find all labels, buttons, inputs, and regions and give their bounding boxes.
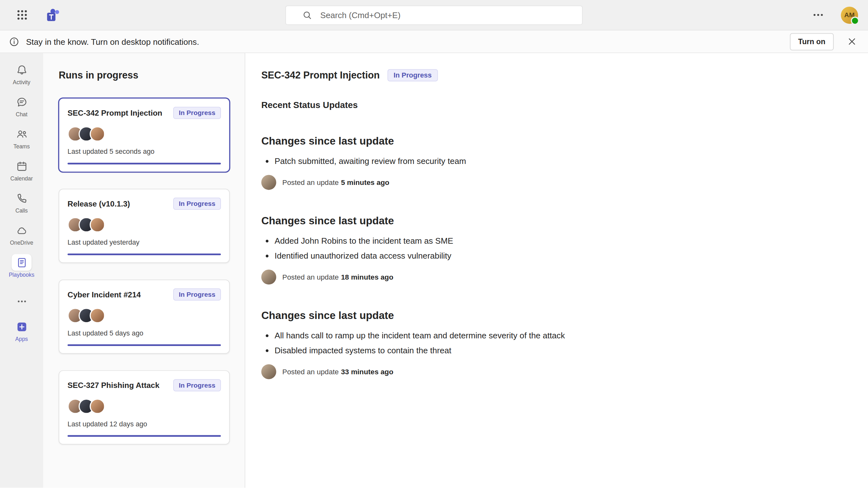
run-card-avatars <box>68 398 221 414</box>
runs-panel-title: Runs in progress <box>59 70 230 82</box>
teams-window: AM Stay in the know. Turn on desktop not… <box>0 0 868 488</box>
member-avatar <box>90 126 105 142</box>
app-body: Activity Chat Teams Calendar Calls OneDr… <box>0 53 868 488</box>
phone-icon <box>12 190 32 207</box>
update-bullet: Disabled impacted systems to contain the… <box>275 344 846 357</box>
topbar-right: AM <box>812 6 868 24</box>
sidebar-item-playbooks[interactable]: Playbooks <box>0 250 43 282</box>
run-title: SEC-342 Prompt Injection <box>261 69 380 81</box>
search-box <box>285 5 583 25</box>
playbook-icon <box>12 254 32 271</box>
status-updates-list: Changes since last update Patch submitte… <box>261 135 846 379</box>
run-card-status-badge: In Progress <box>173 379 221 391</box>
update-posted-text: Posted an update18 minutes ago <box>282 273 393 281</box>
run-card-last-updated: Last updated yesterday <box>68 239 221 246</box>
sidebar-item-activity[interactable]: Activity <box>0 58 43 90</box>
run-card-progress-bar <box>68 435 221 436</box>
sidebar-item-label: Calendar <box>10 175 33 182</box>
status-update: Changes since last update Patch submitte… <box>261 135 846 190</box>
sidebar-item-teams[interactable]: Teams <box>0 122 43 154</box>
run-card-header: Release (v10.1.3) In Progress <box>68 197 221 210</box>
sidebar-item-chat[interactable]: Chat <box>0 90 43 122</box>
posted-time: 18 minutes ago <box>341 273 393 281</box>
posted-time: 5 minutes ago <box>341 178 389 186</box>
chat-icon <box>12 93 32 110</box>
update-posted-row: Posted an update18 minutes ago <box>261 270 846 285</box>
waffle-menu-icon[interactable] <box>16 9 28 21</box>
people-icon <box>12 126 32 142</box>
banner-message: Stay in the know. Turn on desktop notifi… <box>26 37 199 47</box>
run-card-progress-bar <box>68 163 221 164</box>
run-card-last-updated: Last updated 5 seconds ago <box>68 148 221 155</box>
member-avatar <box>90 398 105 414</box>
sidebar-item-label: Chat <box>16 111 28 118</box>
run-card-status-badge: In Progress <box>173 288 221 301</box>
sidebar-item-label: Teams <box>13 143 30 150</box>
apps-icon <box>12 318 32 335</box>
sidebar-item-apps[interactable]: Apps <box>0 314 43 346</box>
more-icon <box>12 293 32 309</box>
sidebar-item-label: Activity <box>13 79 30 86</box>
sidebar-item-onedrive[interactable]: OneDrive <box>0 218 43 250</box>
posted-prefix: Posted an update <box>282 368 339 376</box>
info-icon <box>9 36 20 47</box>
teams-logo-icon <box>46 8 61 23</box>
more-options-icon[interactable] <box>812 9 824 21</box>
run-card-header: Cyber Incident #214 In Progress <box>68 288 221 301</box>
update-bullet-list: All hands call to ramp up the incident t… <box>261 329 846 357</box>
run-card-last-updated: Last updated 12 days ago <box>68 420 221 428</box>
update-bullet-list: Added John Robins to the incident team a… <box>261 234 846 262</box>
status-updates-heading: Recent Status Updates <box>261 100 846 110</box>
run-card-title: Release (v10.1.3) <box>68 197 130 208</box>
turn-on-button[interactable]: Turn on <box>790 33 834 50</box>
run-card-status-badge: In Progress <box>173 197 221 210</box>
run-card-status-badge: In Progress <box>173 107 221 119</box>
search-input[interactable] <box>285 5 583 25</box>
update-posted-row: Posted an update5 minutes ago <box>261 175 846 190</box>
user-avatar[interactable]: AM <box>841 6 858 24</box>
run-card-title: SEC-342 Prompt Injection <box>68 107 162 117</box>
update-bullet-list: Patch submitted, awaiting review from se… <box>261 154 846 167</box>
status-update: Changes since last update Added John Rob… <box>261 215 846 285</box>
update-posted-row: Posted an update33 minutes ago <box>261 364 846 379</box>
sidebar-item-label: Playbooks <box>9 272 34 278</box>
run-title-row: SEC-342 Prompt Injection In Progress <box>261 69 846 81</box>
update-bullet: All hands call to ramp up the incident t… <box>275 329 846 341</box>
calendar-icon <box>12 158 32 175</box>
run-card[interactable]: SEC-327 Phishing Attack In Progress Last… <box>59 370 230 445</box>
run-card[interactable]: Cyber Incident #214 In Progress Last upd… <box>59 280 230 354</box>
runs-card-list: SEC-342 Prompt Injection In Progress Las… <box>59 98 230 445</box>
run-card-last-updated: Last updated 5 days ago <box>68 330 221 337</box>
run-card[interactable]: Release (v10.1.3) In Progress Last updat… <box>59 189 230 263</box>
run-card-progress-bar <box>68 253 221 255</box>
run-card-title: Cyber Incident #214 <box>68 288 141 299</box>
top-bar: AM <box>0 0 868 30</box>
update-posted-text: Posted an update33 minutes ago <box>282 368 393 376</box>
cloud-icon <box>12 222 32 239</box>
close-icon[interactable] <box>847 36 857 47</box>
member-avatar <box>90 308 105 324</box>
bell-icon <box>12 61 32 78</box>
posted-prefix: Posted an update <box>282 273 339 281</box>
run-card[interactable]: SEC-342 Prompt Injection In Progress Las… <box>59 98 230 172</box>
run-card-header: SEC-327 Phishing Attack In Progress <box>68 379 221 391</box>
update-bullet: Added John Robins to the incident team a… <box>275 234 846 247</box>
run-card-progress-bar <box>68 344 221 346</box>
update-author-avatar <box>261 270 276 285</box>
sidebar-item-label: OneDrive <box>10 240 33 246</box>
presence-available-icon <box>851 16 859 25</box>
sidebar-item-calendar[interactable]: Calendar <box>0 154 43 186</box>
update-heading: Changes since last update <box>261 309 846 322</box>
member-avatar <box>90 217 105 233</box>
update-author-avatar <box>261 175 276 190</box>
run-card-avatars <box>68 217 221 233</box>
banner-actions: Turn on <box>790 33 868 50</box>
runs-panel: Runs in progress SEC-342 Prompt Injectio… <box>43 53 245 488</box>
sidebar-item-more[interactable] <box>0 289 43 314</box>
status-update: Changes since last update All hands call… <box>261 309 846 379</box>
run-status-badge: In Progress <box>388 69 438 81</box>
sidebar-item-calls[interactable]: Calls <box>0 186 43 218</box>
run-card-header: SEC-342 Prompt Injection In Progress <box>68 107 221 119</box>
sidebar-item-label: Calls <box>16 208 28 214</box>
run-card-avatars <box>68 308 221 324</box>
